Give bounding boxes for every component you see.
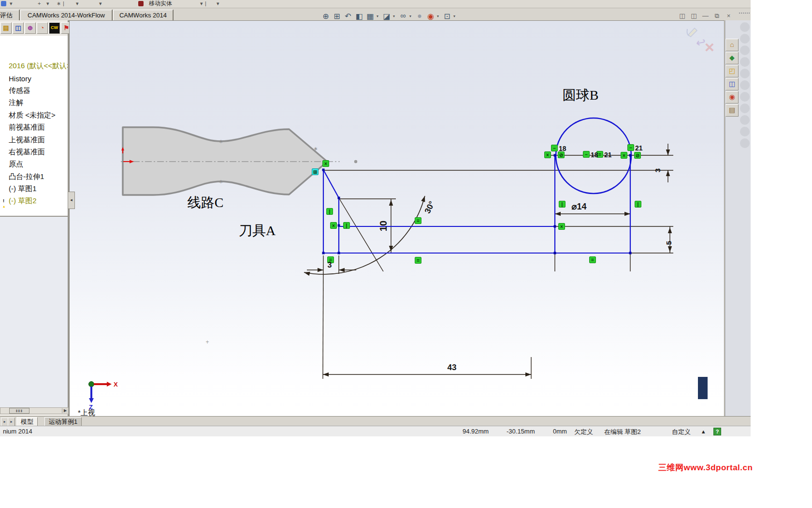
- toolbar-fragment-5[interactable]: ▾: [76, 0, 79, 7]
- view-settings-icon[interactable]: ⊡: [442, 12, 452, 21]
- zoom-fit-icon[interactable]: ⊕: [321, 12, 331, 21]
- view-orientation-icon[interactable]: ▦: [365, 12, 375, 21]
- view-palette-tab[interactable]: ◫: [725, 78, 739, 90]
- dimension-value[interactable]: 21: [635, 144, 643, 152]
- hide-show-items-icon-caret[interactable]: ▾: [409, 14, 413, 18]
- dimension-text[interactable]: 5: [665, 241, 673, 245]
- sketch-point[interactable]: [554, 252, 556, 254]
- panel-splitter-handle[interactable]: ◂: [68, 192, 75, 209]
- sketch-point[interactable]: [554, 225, 556, 228]
- sketch-line[interactable]: [323, 170, 339, 198]
- dimension-text[interactable]: 3: [653, 168, 662, 172]
- tree-item-7[interactable]: 右视基准面: [0, 146, 68, 158]
- tree-item-9[interactable]: 凸台-拉伸1: [0, 171, 68, 183]
- toolbar-fragment-9[interactable]: |: [205, 0, 206, 7]
- graphics-area[interactable]: ∗∗∗+×⊞|×|===–×⊘–=–×⊘||×=1818212110343⌀14…: [69, 20, 725, 417]
- faded-tool-icon: [740, 104, 750, 113]
- tree-item-2[interactable]: 传感器: [0, 85, 68, 97]
- sketch-point[interactable]: [338, 197, 340, 199]
- tree-item-1[interactable]: History: [0, 72, 68, 84]
- apply-scene-icon[interactable]: ◉: [426, 12, 435, 21]
- dimension-text[interactable]: ⌀14: [572, 202, 587, 211]
- cancel-sketch-icon[interactable]: ×: [705, 38, 714, 57]
- sketch-point[interactable]: [338, 252, 340, 254]
- configurations-tab-icon[interactable]: ⊕: [25, 22, 36, 34]
- pane-left-button[interactable]: ◫: [679, 12, 686, 19]
- tree-item-3[interactable]: 注解: [0, 97, 68, 109]
- propertymanager-tab-icon[interactable]: ◫: [13, 22, 24, 34]
- scrollbar-thumb[interactable]: ▮▮▮: [9, 408, 29, 414]
- tree-item-label: 凸台-拉伸1: [9, 172, 44, 181]
- zoom-area-icon[interactable]: ⊞: [332, 12, 342, 21]
- tree-item-4[interactable]: 材质 <未指定>: [0, 109, 68, 121]
- dimension-text[interactable]: 10: [378, 221, 389, 231]
- appearances-scenes-tab[interactable]: ◉: [725, 91, 739, 104]
- move-body-icon[interactable]: [138, 1, 144, 6]
- tree-item-8[interactable]: 原点: [0, 158, 68, 170]
- dimension-value[interactable]: 18: [591, 151, 598, 159]
- task-pane-grip[interactable]: [739, 13, 750, 14]
- camworks-tree-tab-icon[interactable]: CW: [49, 22, 60, 34]
- section-view-icon[interactable]: ◧: [354, 12, 364, 21]
- toolbar-fragment-8[interactable]: ▾: [200, 0, 203, 7]
- toolbar-fragment-2[interactable]: ▾: [46, 0, 49, 7]
- move-body-label[interactable]: 移动实体: [149, 0, 172, 7]
- minimize-button[interactable]: —: [702, 12, 709, 19]
- sketch-point[interactable]: [629, 154, 632, 157]
- toolbar-fragment-6[interactable]: ▾: [99, 0, 102, 7]
- tab-scroll-button-1[interactable]: ▸: [8, 418, 15, 426]
- constraint-glyph: ×: [623, 153, 625, 158]
- pane-right-button[interactable]: ◫: [690, 12, 697, 19]
- dimxpert-tab-icon[interactable]: ◔: [37, 22, 48, 34]
- tab-scroll-button-0[interactable]: ▸: [1, 418, 8, 426]
- help-icon[interactable]: ?: [713, 428, 721, 435]
- file-explorer-tab[interactable]: ◰: [725, 65, 739, 77]
- featuremanager-tab-icon[interactable]: ▤: [0, 22, 12, 34]
- view-orientation-icon-caret[interactable]: ▾: [377, 14, 380, 18]
- tab-motion-study[interactable]: 运动算例1: [44, 417, 82, 427]
- toolbar-fragment-0[interactable]: ▾: [10, 0, 13, 7]
- close-button[interactable]: ×: [725, 12, 732, 19]
- edit-appearance-icon[interactable]: ●: [415, 12, 424, 20]
- toolbar-fragment-3[interactable]: ∗: [57, 0, 61, 7]
- display-style-icon[interactable]: ◪: [382, 12, 392, 21]
- tree-item-0[interactable]: 2016 (默认<<默认>_显: [0, 60, 68, 72]
- view-settings-icon-caret[interactable]: ▾: [453, 14, 457, 18]
- sketch-point[interactable]: [629, 252, 632, 254]
- cmd-tab-1[interactable]: CAMWorks 2014-WorkFlow: [20, 10, 112, 20]
- panel-horizontal-scrollbar[interactable]: ▮▮▮ ▶: [0, 407, 69, 414]
- tree-item-5[interactable]: 前视基准面: [0, 121, 68, 134]
- faded-tool-icon: [740, 138, 750, 148]
- tree-item-11[interactable]: (-) 草图2: [0, 195, 68, 207]
- toolbar-fragment-4[interactable]: |: [63, 0, 64, 7]
- app-icon[interactable]: [1, 1, 6, 6]
- toolbar-fragment-1[interactable]: +: [38, 0, 41, 7]
- tab-model[interactable]: 模型: [16, 417, 38, 427]
- previous-view-icon[interactable]: ↶: [343, 12, 353, 21]
- hide-show-items-icon[interactable]: ∞: [398, 12, 408, 20]
- cmd-tab-2[interactable]: CAMWorks 2014: [113, 10, 173, 20]
- display-style-icon-caret[interactable]: ▾: [393, 14, 397, 18]
- solidworks-resources-tab[interactable]: ⌂: [725, 39, 739, 51]
- tree-item-6[interactable]: 上视基准面: [0, 134, 68, 146]
- sketch-point[interactable]: [554, 154, 556, 157]
- tree-item-10[interactable]: (-) 草图1: [0, 183, 68, 195]
- dimension-value[interactable]: 21: [604, 151, 612, 159]
- cmd-tab-0[interactable]: 评估: [0, 10, 19, 20]
- design-library-tab[interactable]: ◆: [725, 52, 739, 64]
- dimension-arrow: [666, 170, 670, 176]
- scrollbar-right-arrow[interactable]: ▶: [62, 408, 68, 413]
- dimension-text[interactable]: 3: [328, 261, 332, 269]
- sketch-point[interactable]: [322, 252, 325, 254]
- extruded-part-shape[interactable]: [123, 127, 327, 195]
- restore-button[interactable]: ⧉: [713, 12, 721, 19]
- custom-properties-tab[interactable]: ▤: [725, 104, 739, 117]
- apply-scene-icon-caret[interactable]: ▾: [437, 14, 441, 18]
- dimension-value[interactable]: 18: [559, 145, 566, 152]
- constraint-glyph: |: [329, 209, 331, 214]
- sketch-point[interactable]: [322, 169, 325, 171]
- toolbar-fragment-10[interactable]: ▾: [217, 0, 219, 7]
- constraint-glyph: |: [346, 223, 348, 228]
- sketch-point[interactable]: [338, 224, 340, 227]
- dimension-text[interactable]: 43: [448, 363, 457, 372]
